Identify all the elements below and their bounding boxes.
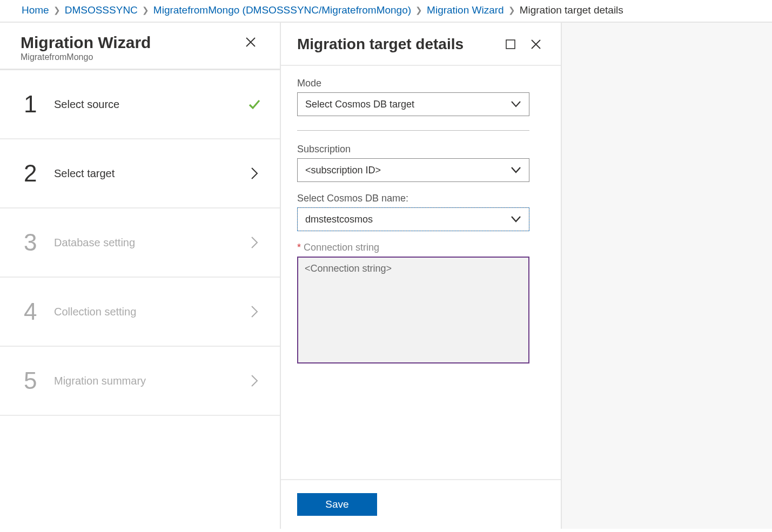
chevron-right-icon — [250, 166, 259, 181]
breadcrumb-current: Migration target details — [520, 4, 623, 16]
chevron-right-icon: ❯ — [142, 5, 149, 15]
breadcrumb-project[interactable]: MigratefromMongo (DMSOSSSYNC/Migratefrom… — [153, 4, 411, 16]
wizard-step-select-target[interactable]: 2 Select target — [0, 139, 280, 208]
wizard-step-migration-summary: 5 Migration summary — [0, 347, 280, 416]
step-label: Collection setting — [54, 306, 245, 318]
square-icon — [506, 39, 515, 49]
mode-select-value: Select Cosmos DB target — [305, 99, 414, 110]
chevron-down-icon — [511, 100, 521, 108]
details-panel: Migration target details Mode Select Cos… — [281, 23, 562, 529]
close-details-button[interactable] — [527, 36, 545, 53]
step-label: Select target — [54, 167, 245, 180]
chevron-right-icon: ❯ — [415, 5, 422, 15]
wizard-steps: 1 Select source 2 Select target 3 Databa… — [0, 70, 280, 529]
step-number: 2 — [24, 160, 54, 187]
cosmos-db-name-select[interactable]: dmstestcosmos — [297, 207, 529, 231]
chevron-right-icon: ❯ — [53, 5, 61, 15]
svg-rect-0 — [506, 40, 515, 49]
subscription-label: Subscription — [297, 144, 545, 155]
wizard-panel: Migration Wizard MigratefromMongo 1 Sele… — [0, 23, 281, 529]
wizard-subtitle: MigratefromMongo — [21, 52, 242, 62]
chevron-right-icon: ❯ — [508, 5, 515, 15]
breadcrumb: Home ❯ DMSOSSSYNC ❯ MigratefromMongo (DM… — [0, 0, 772, 23]
checkmark-icon — [247, 97, 261, 111]
divider — [297, 130, 529, 131]
expand-button[interactable] — [502, 36, 519, 52]
step-number: 5 — [24, 367, 54, 394]
step-number: 4 — [24, 298, 54, 325]
chevron-right-icon — [250, 304, 259, 319]
breadcrumb-wizard[interactable]: Migration Wizard — [427, 4, 504, 16]
subscription-select-value: <subscription ID> — [305, 165, 381, 176]
details-title: Migration target details — [297, 36, 502, 53]
connection-string-label: Connection string — [297, 242, 545, 253]
chevron-right-icon — [250, 235, 259, 250]
step-number: 3 — [24, 229, 54, 256]
chevron-down-icon — [511, 216, 521, 223]
cosmos-db-name-label: Select Cosmos DB name: — [297, 193, 545, 204]
step-label: Select source — [54, 98, 245, 111]
mode-select[interactable]: Select Cosmos DB target — [297, 92, 529, 116]
chevron-right-icon — [250, 373, 259, 388]
background-area — [562, 23, 772, 529]
breadcrumb-home[interactable]: Home — [22, 4, 49, 16]
step-label: Migration summary — [54, 375, 245, 387]
save-button[interactable]: Save — [297, 493, 377, 516]
breadcrumb-service[interactable]: DMSOSSSYNC — [65, 4, 138, 16]
wizard-title: Migration Wizard — [21, 33, 242, 51]
close-icon — [531, 39, 541, 50]
connection-string-input[interactable] — [297, 257, 529, 363]
mode-label: Mode — [297, 78, 545, 89]
cosmos-db-name-value: dmstestcosmos — [305, 214, 373, 225]
chevron-down-icon — [511, 166, 521, 174]
wizard-step-database-setting: 3 Database setting — [0, 208, 280, 278]
wizard-step-select-source[interactable]: 1 Select source — [0, 70, 280, 139]
step-number: 1 — [24, 91, 54, 118]
close-icon — [245, 37, 256, 48]
step-label: Database setting — [54, 237, 245, 249]
subscription-select[interactable]: <subscription ID> — [297, 158, 529, 182]
close-wizard-button[interactable] — [242, 33, 259, 51]
wizard-step-collection-setting: 4 Collection setting — [0, 278, 280, 347]
